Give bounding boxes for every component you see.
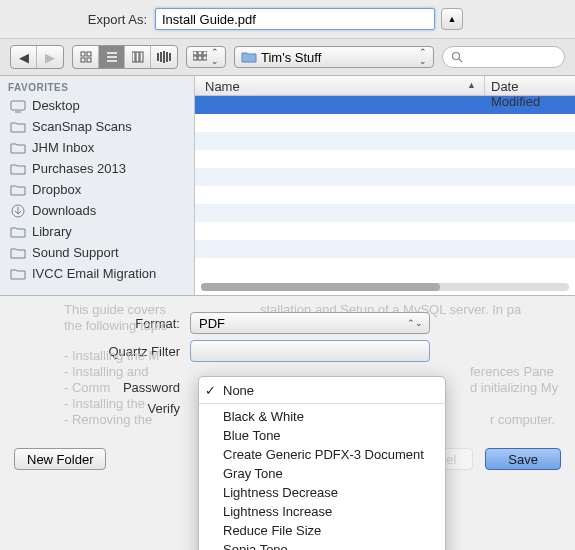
background-text: - Installing and bbox=[64, 364, 149, 379]
background-text: r computer. bbox=[490, 412, 555, 427]
svg-rect-15 bbox=[193, 51, 197, 55]
view-mode-buttons bbox=[72, 45, 178, 69]
horizontal-scrollbar[interactable] bbox=[201, 283, 569, 291]
table-row[interactable] bbox=[195, 204, 575, 222]
sidebar-item-sound-support[interactable]: Sound Support bbox=[0, 242, 194, 263]
menu-item[interactable]: Black & White bbox=[199, 407, 445, 426]
coverflow-icon bbox=[157, 51, 171, 63]
sort-indicator-icon: ▲ bbox=[467, 80, 476, 90]
desktop-icon bbox=[10, 99, 26, 113]
svg-rect-16 bbox=[198, 51, 202, 55]
folder-icon bbox=[10, 267, 26, 281]
background-text: d initializing My bbox=[470, 380, 558, 395]
sidebar-item-downloads[interactable]: Downloads bbox=[0, 200, 194, 221]
location-popup[interactable]: Tim's Stuff ⌃⌄ bbox=[234, 46, 434, 68]
sidebar-item-label: ScanSnap Scans bbox=[32, 119, 132, 134]
menu-item[interactable]: Lightness Increase bbox=[199, 502, 445, 521]
sidebar-item-desktop[interactable]: Desktop bbox=[0, 95, 194, 116]
background-text: - Installing the M bbox=[64, 348, 159, 363]
sidebar-item-label: JHM Inbox bbox=[32, 140, 94, 155]
table-row[interactable] bbox=[195, 222, 575, 240]
menu-item[interactable]: Lightness Decrease bbox=[199, 483, 445, 502]
chevron-updown-icon: ⌃⌄ bbox=[211, 48, 219, 66]
table-row[interactable] bbox=[195, 132, 575, 150]
new-folder-button[interactable]: New Folder bbox=[14, 448, 106, 470]
svg-rect-1 bbox=[87, 52, 91, 56]
sidebar-item-label: Downloads bbox=[32, 203, 96, 218]
list-view-icon bbox=[106, 51, 118, 63]
sidebar-item-label: Purchases 2013 bbox=[32, 161, 126, 176]
quartz-filter-select[interactable] bbox=[190, 340, 430, 362]
collapse-button[interactable]: ▲ bbox=[441, 8, 463, 30]
sidebar-item-label: Dropbox bbox=[32, 182, 81, 197]
scrollbar-thumb[interactable] bbox=[201, 283, 440, 291]
table-row[interactable] bbox=[195, 186, 575, 204]
search-input[interactable] bbox=[442, 46, 565, 68]
column-date-header[interactable]: Date Modified bbox=[485, 76, 575, 95]
downloads-icon bbox=[10, 204, 26, 218]
svg-rect-2 bbox=[81, 58, 85, 62]
sidebar-item-jhm-inbox[interactable]: JHM Inbox bbox=[0, 137, 194, 158]
chevron-updown-icon: ⌃⌄ bbox=[419, 48, 427, 66]
forward-button[interactable]: ▶ bbox=[37, 46, 63, 68]
save-button[interactable]: Save bbox=[485, 448, 561, 470]
sidebar-item-ivcc-email-migration[interactable]: IVCC Email Migration bbox=[0, 263, 194, 284]
arrange-icon bbox=[193, 51, 207, 63]
menu-item[interactable]: Create Generic PDFX-3 Document bbox=[199, 445, 445, 464]
table-row[interactable] bbox=[195, 258, 575, 276]
column-name-header[interactable]: Name▲ bbox=[195, 76, 485, 95]
menu-item[interactable]: Reduce File Size bbox=[199, 521, 445, 540]
back-button[interactable]: ◀ bbox=[11, 46, 37, 68]
background-text: - Installing the bbox=[64, 396, 145, 411]
table-row[interactable] bbox=[195, 114, 575, 132]
table-row[interactable] bbox=[195, 168, 575, 186]
menu-item[interactable]: Sepia Tone bbox=[199, 540, 445, 550]
triangle-up-icon: ▲ bbox=[448, 14, 457, 24]
format-select[interactable]: PDF ⌃⌄ bbox=[190, 312, 430, 334]
folder-icon bbox=[10, 141, 26, 155]
sidebar-item-library[interactable]: Library bbox=[0, 221, 194, 242]
nav-buttons: ◀ ▶ bbox=[10, 45, 64, 69]
list-view-button[interactable] bbox=[99, 46, 125, 68]
location-label: Tim's Stuff bbox=[261, 50, 321, 65]
sidebar: FAVORITES DesktopScanSnap ScansJHM Inbox… bbox=[0, 76, 195, 295]
menu-item[interactable]: ✓None bbox=[199, 381, 445, 400]
file-rows bbox=[195, 96, 575, 286]
sidebar-item-label: IVCC Email Migration bbox=[32, 266, 156, 281]
svg-rect-20 bbox=[203, 56, 207, 60]
svg-rect-10 bbox=[157, 53, 159, 61]
svg-rect-0 bbox=[81, 52, 85, 56]
filename-input[interactable] bbox=[155, 8, 435, 30]
menu-separator bbox=[199, 403, 445, 404]
triangle-left-icon: ◀ bbox=[19, 50, 29, 65]
folder-icon bbox=[10, 162, 26, 176]
folder-icon bbox=[10, 120, 26, 134]
icon-view-icon bbox=[80, 51, 92, 63]
column-view-icon bbox=[132, 51, 144, 63]
svg-rect-13 bbox=[166, 52, 168, 62]
coverflow-view-button[interactable] bbox=[151, 46, 177, 68]
svg-rect-12 bbox=[163, 51, 165, 63]
menu-item[interactable]: Gray Tone bbox=[199, 464, 445, 483]
checkmark-icon: ✓ bbox=[205, 383, 216, 398]
search-icon bbox=[451, 51, 463, 63]
sidebar-item-label: Desktop bbox=[32, 98, 80, 113]
icon-view-button[interactable] bbox=[73, 46, 99, 68]
table-row[interactable] bbox=[195, 240, 575, 258]
svg-rect-3 bbox=[87, 58, 91, 62]
arrange-button[interactable]: ⌃⌄ bbox=[186, 46, 226, 68]
svg-rect-11 bbox=[160, 52, 162, 62]
sidebar-item-purchases-2013[interactable]: Purchases 2013 bbox=[0, 158, 194, 179]
background-text: ferences Pane bbox=[470, 364, 554, 379]
file-list[interactable]: Name▲ Date Modified bbox=[195, 76, 575, 295]
menu-item[interactable]: Blue Tone bbox=[199, 426, 445, 445]
svg-rect-23 bbox=[11, 101, 25, 110]
sidebar-item-dropbox[interactable]: Dropbox bbox=[0, 179, 194, 200]
table-row[interactable] bbox=[195, 150, 575, 168]
column-view-button[interactable] bbox=[125, 46, 151, 68]
sidebar-item-label: Sound Support bbox=[32, 245, 119, 260]
svg-rect-7 bbox=[132, 52, 135, 62]
sidebar-item-scansnap-scans[interactable]: ScanSnap Scans bbox=[0, 116, 194, 137]
background-text: - Comm bbox=[64, 380, 110, 395]
background-text: the following topic bbox=[64, 318, 167, 333]
